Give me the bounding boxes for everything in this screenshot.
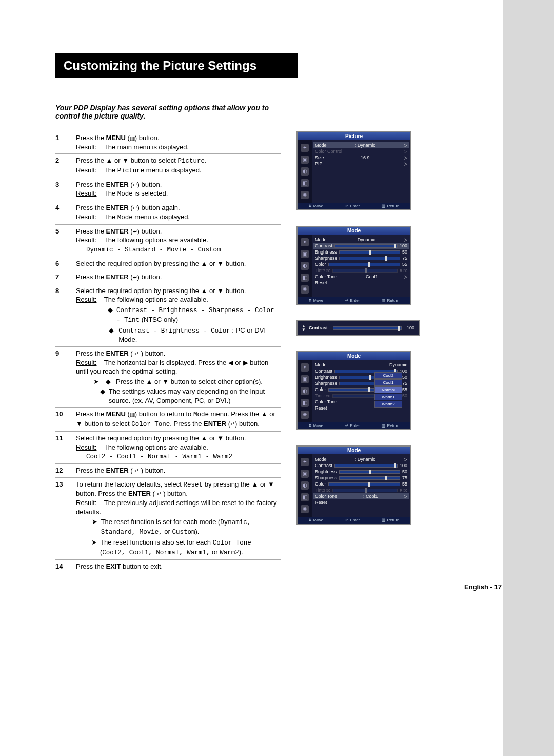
enter-icon: ↵ <box>133 182 137 188</box>
osd-picture-menu: Picture ✦▣◐◧✺ Mode: Dynamic▷ Color Contr… <box>296 131 411 210</box>
osd-samples-column: Picture ✦▣◐◧✺ Mode: Dynamic▷ Color Contr… <box>296 131 430 573</box>
content-area: Customizing the Picture Settings Your PD… <box>55 53 502 573</box>
hand-icon: ➤ <box>91 377 101 386</box>
page-footer: English - 17 <box>464 583 502 591</box>
osd-mode-menu: Mode ✦▣◐◧✺ Mode: Dynamic▷ Contrast100 Br… <box>296 226 411 305</box>
intro-text: Your PDP Display has several setting opt… <box>55 104 276 120</box>
step-num: 1 <box>55 131 76 154</box>
osd-mode-menu-2: Mode ✦▣◐◧✺ Mode: Dynamic▷ Contrast100 Br… <box>296 445 411 525</box>
osd-icon-strip: ✦▣◐◧✺ <box>298 140 312 203</box>
steps-column: 1 Press the MENU (▥) button. Result: The… <box>55 131 281 573</box>
diamond-icon: ◆ <box>107 305 113 325</box>
menu-icon: ▥ <box>130 135 135 141</box>
page-title: Customizing the Picture Settings <box>55 53 298 78</box>
side-gray-band <box>503 0 554 756</box>
osd-contrast-bar: ▲▼ Contrast 100 <box>296 320 420 336</box>
step-text: Press the MENU (▥) button. Result: The m… <box>76 131 281 154</box>
osd-colortone-menu: Mode ✦▣◐◧✺ Mode: Dynamic Contrast100 Bri… <box>296 351 411 430</box>
